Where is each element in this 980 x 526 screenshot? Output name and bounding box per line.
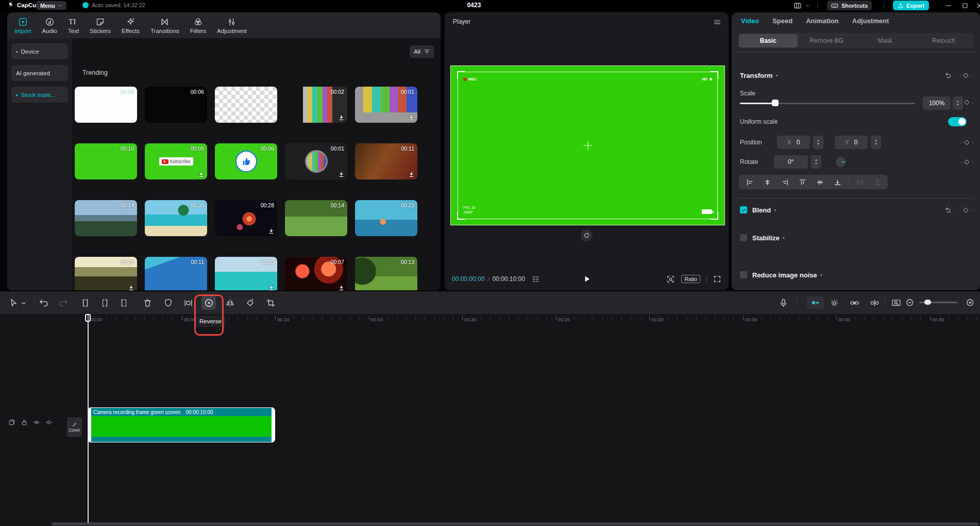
keyframe-control[interactable]: ‹› xyxy=(959,207,973,213)
ratio-button[interactable]: Ratio xyxy=(681,275,700,283)
scale-value-field[interactable]: 100% xyxy=(923,96,951,110)
ribbon-item-stickers[interactable]: Stickers xyxy=(90,17,111,34)
expand-caret-icon[interactable]: ▾ xyxy=(820,273,822,277)
download-icon[interactable] xyxy=(338,114,345,121)
sidebar-item-device[interactable]: ▸Device xyxy=(11,43,68,59)
keyframe-diamond-icon[interactable] xyxy=(964,99,970,106)
expand-caret-icon[interactable]: ▾ xyxy=(783,236,785,240)
overlap-icon[interactable] xyxy=(8,419,15,426)
timeline[interactable]: 00:0000:0500:1000:1500:2000:2500:3000:35… xyxy=(0,314,980,526)
media-thumbnail-testcard[interactable]: 00:01 xyxy=(285,143,347,179)
ribbon-item-import[interactable]: Import xyxy=(14,17,31,34)
transform-section-header[interactable]: Transform ▾ ‹› xyxy=(740,69,973,81)
subtab-retouch[interactable]: Retouch xyxy=(915,34,973,47)
checkbox-unchecked[interactable] xyxy=(740,234,747,241)
snap-toggle-button[interactable] xyxy=(807,297,824,309)
rotate-stepper[interactable]: ▲▼ xyxy=(811,155,821,169)
media-thumbnail-park[interactable]: 00:13 xyxy=(355,257,417,290)
crop-tool-icon[interactable] xyxy=(266,298,276,308)
collapse-caret-icon[interactable]: ▾ xyxy=(776,73,778,78)
media-thumbnail-beach[interactable]: 00:35 xyxy=(145,200,207,236)
download-icon[interactable] xyxy=(198,171,205,178)
panel-menu-icon[interactable] xyxy=(713,18,721,26)
media-thumbnail-friends[interactable]: 00:23 xyxy=(355,200,417,236)
position-y-stepper[interactable]: ▲▼ xyxy=(871,136,881,149)
tab-speed[interactable]: Speed xyxy=(772,17,792,25)
media-thumbnail-black[interactable]: 00:06 xyxy=(145,87,207,123)
horizontal-scrollbar[interactable] xyxy=(52,522,978,525)
screen-fit-icon[interactable] xyxy=(891,298,901,308)
align-bottom-icon[interactable] xyxy=(830,176,845,188)
split-right-tool-icon[interactable] xyxy=(119,298,129,308)
lock-icon[interactable] xyxy=(21,419,28,426)
keyframe-control[interactable]: ‹› xyxy=(960,99,974,106)
shield-tool-icon[interactable] xyxy=(163,298,173,308)
position-x-field[interactable]: X0 xyxy=(777,136,810,149)
download-icon[interactable] xyxy=(338,285,345,290)
close-button[interactable] xyxy=(975,2,980,10)
layout-icon[interactable] xyxy=(793,2,802,10)
keyframe-control[interactable]: ‹› xyxy=(959,72,973,79)
chevron-down-tool-icon[interactable] xyxy=(21,300,27,306)
media-thumbnail-green[interactable]: 00:10 xyxy=(75,143,137,179)
media-thumbnail-bars-mid[interactable]: 00:02 xyxy=(285,87,347,123)
uniform-scale-toggle[interactable] xyxy=(948,117,967,126)
download-icon[interactable] xyxy=(408,171,415,178)
eye-icon[interactable] xyxy=(33,419,40,426)
position-y-field[interactable]: Y0 xyxy=(835,136,868,149)
slider-handle[interactable] xyxy=(772,100,779,106)
rotate-dial[interactable] xyxy=(836,157,846,167)
expand-caret-icon[interactable]: ▾ xyxy=(774,208,776,212)
menu-button[interactable]: Menu xyxy=(36,1,66,10)
mirror-tool-icon[interactable] xyxy=(225,298,235,308)
sidebar-item-stock-mate-[interactable]: ▸Stock mate... xyxy=(11,87,68,103)
media-thumbnail-subscribe[interactable]: Subscribe00:05 xyxy=(145,143,207,179)
loop-playback-button[interactable] xyxy=(581,229,593,241)
align-right-icon[interactable] xyxy=(777,176,792,188)
tab-video[interactable]: Video xyxy=(741,17,759,25)
subtab-remove-bg[interactable]: Remove BG xyxy=(798,34,856,47)
media-thumbnail-pool[interactable]: 00:20 xyxy=(215,257,277,290)
media-thumbnail-gifts[interactable]: 00:11 xyxy=(355,143,417,179)
timeline-zoom-slider[interactable] xyxy=(919,302,957,303)
media-thumbnail-thumbsup[interactable]: 00:06 xyxy=(215,143,277,179)
cursor-tool-icon[interactable] xyxy=(9,298,19,308)
zoom-out-icon[interactable] xyxy=(905,298,915,308)
mic-icon[interactable] xyxy=(779,298,788,308)
freeze-tool-icon[interactable] xyxy=(183,298,193,308)
ribbon-item-adjustment[interactable]: Adjustment xyxy=(217,17,247,34)
playhead-handle[interactable] xyxy=(85,314,91,322)
split-tool-icon[interactable] xyxy=(80,298,90,308)
align-top-icon[interactable] xyxy=(795,176,810,188)
playhead-line[interactable] xyxy=(88,314,89,523)
download-icon[interactable] xyxy=(268,228,275,235)
keyframe-control[interactable]: ‹› xyxy=(960,159,974,166)
media-thumbnail-ocean[interactable]: 00:11 xyxy=(145,257,207,290)
rotate-value-field[interactable]: 0° xyxy=(774,155,808,169)
tab-adjustment[interactable]: Adjustment xyxy=(852,17,889,25)
media-thumbnail-fw-dark[interactable]: 00:28 xyxy=(215,200,277,236)
media-thumbnail-checker[interactable] xyxy=(215,87,277,123)
reset-icon[interactable] xyxy=(944,206,952,214)
subtab-basic[interactable]: Basic xyxy=(739,34,798,47)
ribbon-item-filters[interactable]: Filters xyxy=(190,17,206,34)
position-x-stepper[interactable]: ▲▼ xyxy=(813,136,823,149)
scale-slider[interactable] xyxy=(740,99,915,107)
zoom-slider-handle[interactable] xyxy=(924,300,931,305)
minimize-button[interactable] xyxy=(944,2,953,10)
undo-tool-icon[interactable] xyxy=(39,298,48,308)
sidebar-item-ai-generated[interactable]: AI generated xyxy=(11,65,68,81)
checkbox-unchecked[interactable] xyxy=(740,271,747,278)
download-icon[interactable] xyxy=(268,285,275,290)
download-icon[interactable] xyxy=(128,285,134,290)
align-center-h-icon[interactable] xyxy=(759,176,775,188)
ribbon-item-transitions[interactable]: Transitions xyxy=(150,17,179,34)
fullscreen-icon[interactable] xyxy=(713,275,721,283)
download-icon[interactable] xyxy=(408,114,415,121)
keyframe-control[interactable]: ‹› xyxy=(960,139,974,146)
shortcuts-button[interactable]: Shortcuts xyxy=(827,1,872,10)
tab-animation[interactable]: Animation xyxy=(806,17,839,25)
align-center-v-icon[interactable] xyxy=(812,176,827,188)
play-button[interactable] xyxy=(583,275,591,283)
reset-transform-icon[interactable] xyxy=(944,72,952,79)
